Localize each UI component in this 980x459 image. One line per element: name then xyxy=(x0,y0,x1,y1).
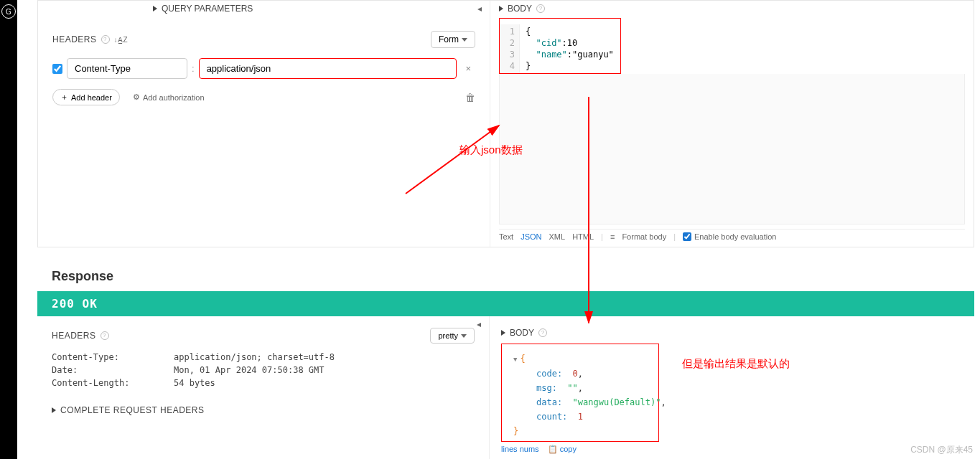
collapse-left-icon[interactable]: ◂ xyxy=(477,319,481,329)
wand-icon: ⚙ xyxy=(133,93,140,102)
chevron-right-icon xyxy=(52,407,56,413)
add-header-button[interactable]: ＋ Add header xyxy=(52,89,120,105)
complete-headers-toggle[interactable]: COMPLETE REQUEST HEADERS xyxy=(52,405,475,415)
line-gutter: 1 2 3 4 xyxy=(500,24,520,73)
format-json-tab[interactable]: JSON xyxy=(521,232,541,241)
status-bar: 200 OK xyxy=(37,291,974,316)
format-body-link[interactable]: Format body xyxy=(622,232,666,241)
response-headers-title: HEADERS ? xyxy=(52,331,109,341)
help-icon[interactable]: ? xyxy=(538,328,547,337)
query-params-label: QUERY PARAMETERS xyxy=(162,4,253,14)
copy-link[interactable]: 📋 copy xyxy=(548,445,577,454)
lines-nums-link[interactable]: lines nums xyxy=(501,445,539,454)
plus-icon: ＋ xyxy=(60,92,68,103)
sort-icon[interactable]: ↓A̲Z xyxy=(114,36,129,44)
query-params-section[interactable]: QUERY PARAMETERS xyxy=(153,1,475,21)
response-panel: Response 200 OK HEADERS ? pretty xyxy=(37,259,974,459)
caret-down-icon xyxy=(462,38,467,42)
format-body-icon: ≡ xyxy=(610,232,615,241)
chevron-right-icon xyxy=(501,330,505,336)
remove-header-icon[interactable]: × xyxy=(461,63,475,74)
collapse-toggle-icon[interactable]: ▼ xyxy=(513,356,517,363)
headers-pretty-button[interactable]: pretty xyxy=(430,328,475,344)
chevron-right-icon xyxy=(153,6,157,11)
format-text-tab[interactable]: Text xyxy=(499,232,513,241)
format-xml-tab[interactable]: XML xyxy=(549,232,566,241)
caret-down-icon xyxy=(461,334,467,338)
watermark: CSDN @原来45 xyxy=(910,444,973,456)
add-authorization-link[interactable]: ⚙ Add authorization xyxy=(133,93,205,102)
editor-area[interactable] xyxy=(499,74,965,224)
format-html-tab[interactable]: HTML xyxy=(572,232,594,241)
help-icon[interactable]: ? xyxy=(536,4,545,13)
request-panel: QUERY PARAMETERS HEADERS ? ↓A̲Z Form xyxy=(37,0,974,247)
collapse-left-icon[interactable]: ◂ xyxy=(477,4,482,14)
header-enabled-checkbox[interactable] xyxy=(52,64,62,74)
response-headers-table: Content-Type:application/json; charset=u… xyxy=(52,352,475,388)
body-section-title[interactable]: BODY ? xyxy=(499,4,965,14)
header-value-input[interactable] xyxy=(199,58,457,79)
help-icon[interactable]: ? xyxy=(101,35,110,44)
body-editor[interactable]: { "cid":10 "name":"guanyu" } xyxy=(520,24,620,73)
header-row: : × xyxy=(52,58,475,79)
response-body-links: lines nums 📋 copy xyxy=(501,445,963,454)
enable-eval-checkbox[interactable]: Enable body evaluation xyxy=(683,232,776,241)
chevron-right-icon xyxy=(499,6,503,11)
response-title: Response xyxy=(37,259,974,291)
body-format-bar: Text JSON XML HTML | ≡ Format body | Ena… xyxy=(499,229,965,241)
trash-icon[interactable]: 🗑 xyxy=(465,92,475,103)
response-body-viewer[interactable]: ▼{ code: 0, msg: "", data: "wangwu(Defau… xyxy=(501,344,659,442)
rail-icon[interactable]: G xyxy=(1,4,16,19)
headers-section-title: HEADERS ? ↓A̲Z xyxy=(52,34,128,44)
response-body-title[interactable]: BODY ? xyxy=(501,328,963,338)
help-icon[interactable]: ? xyxy=(101,331,109,340)
headers-view-button[interactable]: Form xyxy=(431,31,475,48)
header-key-input[interactable] xyxy=(67,58,187,79)
left-rail: G xyxy=(0,0,17,459)
